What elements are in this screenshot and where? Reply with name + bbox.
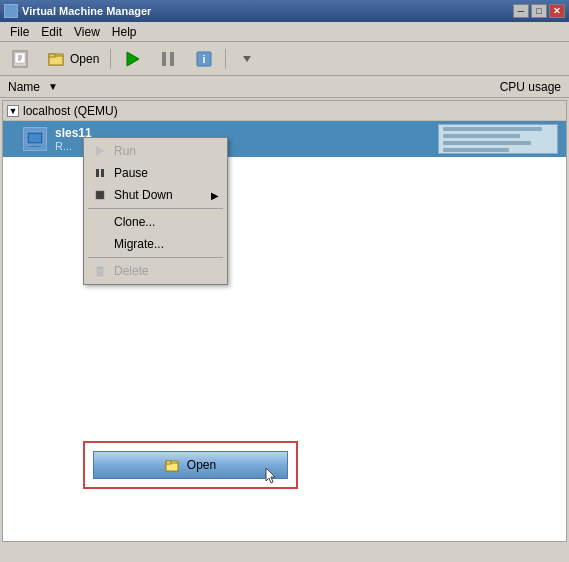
svg-rect-15 xyxy=(29,134,41,142)
svg-rect-20 xyxy=(101,169,104,177)
more-button[interactable] xyxy=(230,46,264,72)
vm-preview-lines xyxy=(439,124,557,154)
close-button[interactable]: ✕ xyxy=(549,4,565,18)
context-menu-run[interactable]: Run xyxy=(84,140,227,162)
info-icon: i xyxy=(194,49,214,69)
pause-ctx-icon xyxy=(92,165,108,181)
cpu-label: CPU usage xyxy=(500,80,561,94)
run-ctx-icon xyxy=(92,143,108,159)
chevron-down-icon xyxy=(237,49,257,69)
open-overlay-label: Open xyxy=(187,458,216,472)
menu-help[interactable]: Help xyxy=(106,23,143,41)
context-menu-separator-1 xyxy=(88,208,223,209)
app-icon xyxy=(4,4,18,18)
open-toolbar-button[interactable]: Open xyxy=(40,46,106,72)
name-label: Name xyxy=(8,80,40,94)
preview-line-2 xyxy=(443,134,520,138)
menu-file[interactable]: File xyxy=(4,23,35,41)
maximize-button[interactable]: □ xyxy=(531,4,547,18)
open-overlay: Open xyxy=(83,441,298,489)
run-button[interactable] xyxy=(115,46,149,72)
open-overlay-button[interactable]: Open xyxy=(93,451,288,479)
svg-marker-13 xyxy=(243,56,251,62)
context-menu-pause[interactable]: Pause xyxy=(84,162,227,184)
context-menu-delete[interactable]: Delete xyxy=(84,260,227,282)
svg-rect-24 xyxy=(97,268,103,276)
title-bar-left: Virtual Machine Manager xyxy=(4,4,151,18)
toolbar-separator-1 xyxy=(110,49,111,69)
info-button[interactable]: i xyxy=(187,46,221,72)
toolbar-separator-2 xyxy=(225,49,226,69)
menu-view[interactable]: View xyxy=(68,23,106,41)
context-menu-separator-2 xyxy=(88,257,223,258)
context-menu: Run Pause Shut Down ▶ xyxy=(83,137,228,285)
minimize-button[interactable]: ─ xyxy=(513,4,529,18)
name-dropdown-icon[interactable]: ▼ xyxy=(48,81,58,92)
pause-icon xyxy=(158,49,178,69)
migrate-ctx-icon xyxy=(92,236,108,252)
menu-edit[interactable]: Edit xyxy=(35,23,68,41)
host-row[interactable]: ▼ localhost (QEMU) xyxy=(3,101,566,121)
svg-marker-8 xyxy=(127,52,139,66)
open-overlay-icon xyxy=(165,457,181,473)
preview-line-3 xyxy=(443,141,531,145)
pause-label: Pause xyxy=(114,166,148,180)
clone-label: Clone... xyxy=(114,215,155,229)
cpu-column-header: CPU usage xyxy=(441,80,561,94)
menu-bar: File Edit View Help xyxy=(0,22,569,42)
svg-rect-21 xyxy=(96,191,104,199)
context-menu-shut-down[interactable]: Shut Down ▶ xyxy=(84,184,227,206)
svg-rect-19 xyxy=(96,169,99,177)
preview-line-1 xyxy=(443,127,542,131)
svg-rect-22 xyxy=(97,266,103,267)
main-content: ▼ localhost (QEMU) sles11 R... xyxy=(2,100,567,542)
shutdown-ctx-icon xyxy=(92,187,108,203)
clone-ctx-icon xyxy=(92,214,108,230)
name-column-header[interactable]: Name ▼ xyxy=(8,80,441,94)
svg-rect-10 xyxy=(170,52,174,66)
delete-label: Delete xyxy=(114,264,149,278)
run-icon xyxy=(122,49,142,69)
pause-button[interactable] xyxy=(151,46,185,72)
vm-thumbnail-icon xyxy=(23,127,47,151)
vm-preview xyxy=(438,124,558,154)
column-header: Name ▼ CPU usage xyxy=(0,76,569,98)
svg-rect-9 xyxy=(162,52,166,66)
context-menu-clone[interactable]: Clone... xyxy=(84,211,227,233)
context-menu-migrate[interactable]: Migrate... xyxy=(84,233,227,255)
window-title: Virtual Machine Manager xyxy=(22,5,151,17)
shut-down-label: Shut Down xyxy=(114,188,173,202)
run-label: Run xyxy=(114,144,136,158)
svg-marker-18 xyxy=(96,146,104,156)
new-button[interactable] xyxy=(4,46,38,72)
title-controls: ─ □ ✕ xyxy=(513,4,565,18)
svg-rect-7 xyxy=(49,54,55,57)
open-icon xyxy=(47,49,67,69)
svg-text:i: i xyxy=(203,53,206,65)
toolbar: Open i xyxy=(0,42,569,76)
svg-marker-28 xyxy=(266,468,275,483)
cursor-icon xyxy=(265,467,277,488)
open-label: Open xyxy=(70,52,99,66)
svg-rect-16 xyxy=(32,144,38,146)
shut-down-arrow-icon: ▶ xyxy=(211,190,219,201)
delete-ctx-icon xyxy=(92,263,108,279)
svg-rect-27 xyxy=(166,461,171,464)
svg-rect-17 xyxy=(29,146,41,147)
host-expand-icon[interactable]: ▼ xyxy=(7,105,19,117)
migrate-label: Migrate... xyxy=(114,237,164,251)
new-icon xyxy=(11,49,31,69)
preview-line-4 xyxy=(443,148,509,152)
host-label: localhost (QEMU) xyxy=(23,104,118,118)
title-bar: Virtual Machine Manager ─ □ ✕ xyxy=(0,0,569,22)
